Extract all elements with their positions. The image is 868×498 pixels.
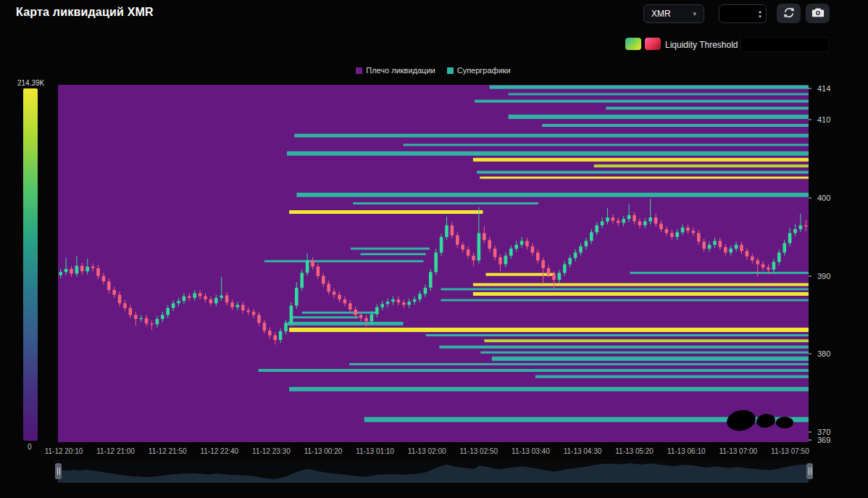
range-navigator[interactable] [55,460,813,483]
spinner-down-icon[interactable]: ▼ [758,14,762,19]
magma-gradient-chip[interactable] [645,38,661,50]
purple-swatch-icon [356,67,362,74]
symbol-select-value: XMR [651,9,671,19]
time-tick-label: 11-13 01:10 [356,447,394,455]
time-tick-label: 11-12 23:30 [252,447,291,455]
redaction-scribble [776,417,793,428]
liquidation-heatmap-plot[interactable] [58,85,809,442]
price-tick-label: 380 [817,349,830,358]
chart-legend: Плечо ликвидации Суперграфики [58,66,809,75]
price-tick-mark [809,431,811,433]
camera-button[interactable] [806,4,830,23]
time-tick-label: 11-13 07:50 [771,447,809,455]
refresh-icon [783,7,796,21]
legend-item-liquidation-leverage[interactable]: Плечо ликвидации [356,66,435,75]
price-tick-mark [809,353,811,354]
time-tick-label: 11-13 02:50 [459,447,498,455]
time-tick-label: 11-12 21:00 [96,447,135,455]
price-tick-label: 390 [817,272,830,281]
liquidity-threshold-label: Liquidity Threshold = [665,40,746,50]
refresh-button[interactable] [777,4,801,23]
chevron-down-icon: ▾ [693,11,696,17]
time-axis: 11-12 20:1011-12 21:0011-12 21:5011-12 2… [58,447,809,457]
time-tick-label: 11-13 02:00 [408,447,446,455]
time-tick-label: 11-12 22:40 [200,447,238,455]
time-tick-label: 11-13 05:20 [615,447,654,455]
price-tick-mark [809,197,811,199]
spinner-up-icon[interactable]: ▲ [758,9,762,14]
price-tick-mark [809,119,811,120]
colorbar-min-label: 0 [28,443,32,451]
camera-icon [811,7,825,20]
price-tick-label: 414 [817,84,830,93]
price-tick-label: 369 [817,436,830,444]
page-title: Карта ликвидаций XMR [16,6,154,19]
legend-label: Суперграфики [457,66,511,75]
price-tick-mark [809,275,811,277]
symbol-select[interactable]: XMR ▾ [643,4,704,23]
colorbar-max-label: 214.39K [17,79,44,87]
legend-item-supercharts[interactable]: Суперграфики [447,66,511,75]
navigator-left-handle[interactable] [55,463,62,479]
time-tick-label: 11-13 00:20 [304,447,343,455]
navigator-right-handle[interactable] [806,463,813,479]
teal-swatch-icon [447,67,454,74]
price-tick-label: 410 [817,115,830,124]
navigator-chart[interactable] [58,460,809,483]
time-tick-label: 11-13 04:30 [564,447,602,455]
price-tick-mark [809,88,811,89]
time-tick-label: 11-12 21:50 [149,447,187,455]
viridis-gradient-chip[interactable] [625,38,641,50]
time-tick-label: 11-13 06:10 [667,447,706,455]
legend-label: Плечо ликвидации [366,66,435,75]
price-tick-mark [809,439,811,441]
redacted-threshold-value [740,37,829,52]
liquidation-map-app: Карта ликвидаций XMR XMR ▾ ▲ ▼ [0,0,868,498]
price-tick-label: 400 [817,194,830,202]
time-tick-label: 11-13 03:40 [512,447,550,455]
colorbar [23,88,38,441]
threshold-input[interactable]: ▲ ▼ [719,4,767,23]
time-tick-label: 11-12 20:10 [45,447,83,455]
price-axis: 414410400390380370369 [813,85,861,442]
time-tick-label: 11-13 07:00 [719,447,757,455]
